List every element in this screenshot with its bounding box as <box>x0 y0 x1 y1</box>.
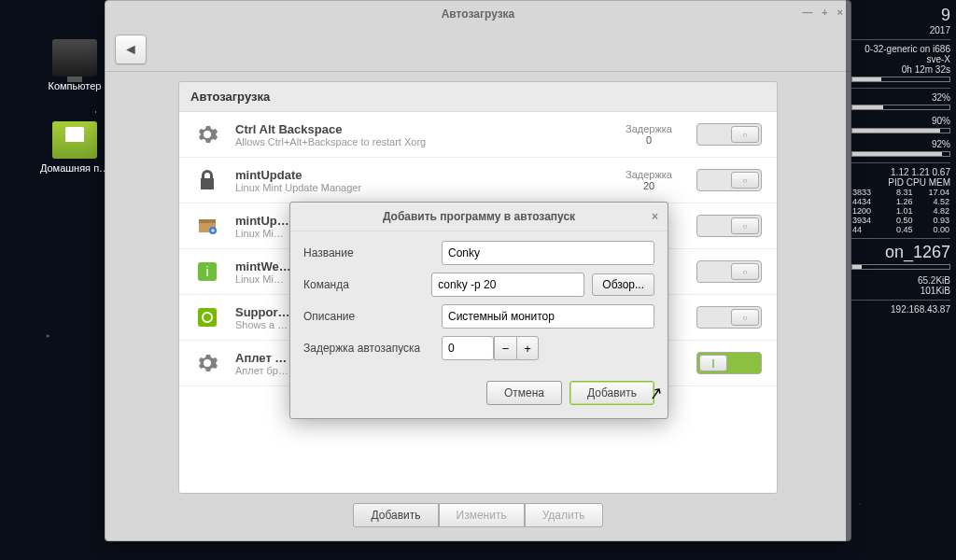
entry-text: mintUpdateLinux Mint Update Manager <box>235 168 601 193</box>
conky-cpu: 32% <box>851 92 950 103</box>
entry-toggle[interactable] <box>696 306 762 329</box>
conky-clock: 9 <box>851 6 950 25</box>
conky-bar <box>851 128 950 133</box>
svg-text:i: i <box>205 264 208 279</box>
svg-rect-1 <box>199 219 216 223</box>
conky-host: sve-X <box>851 54 950 64</box>
conky-bar <box>851 151 950 157</box>
delay-spinner: − + <box>442 336 539 360</box>
command-input[interactable] <box>431 273 584 297</box>
entry-subtitle: Linux Mint Update Manager <box>235 182 601 193</box>
window-titlebar[interactable]: Автозагрузка — + × <box>105 1 851 27</box>
conky-date: 2017 <box>851 25 950 35</box>
conky-proc-row: 38338.3117.04 <box>851 188 950 197</box>
add-button[interactable]: Добавить <box>353 503 438 527</box>
spinner-increment[interactable]: + <box>516 336 539 360</box>
conky-swap: 92% <box>851 139 950 149</box>
ok-button[interactable]: Добавить <box>569 381 654 405</box>
welcome-icon: i <box>194 259 220 285</box>
window-title: Автозагрузка <box>442 7 515 21</box>
entry-delay: Задержка0 <box>616 123 682 146</box>
delay-input[interactable] <box>442 336 494 360</box>
dialog-titlebar[interactable]: Добавить программу в автозапуск × <box>290 203 668 231</box>
conky-bar <box>851 77 950 82</box>
window-toolbar: ◄ <box>105 27 851 72</box>
window-maximize-button[interactable]: + <box>822 7 827 18</box>
panel-header: Автозагрузка <box>179 82 777 112</box>
chevron-left-icon: ◄ <box>123 41 138 58</box>
svg-rect-5 <box>198 308 217 327</box>
conky-load: 1.12 1.21 0.67 <box>851 167 950 177</box>
conky-proc-header: PID CPU MEM <box>851 177 950 188</box>
edit-button[interactable]: Изменить <box>439 503 525 527</box>
entry-toggle[interactable] <box>696 123 762 146</box>
command-label: Команда <box>303 278 424 291</box>
entry-title: Ctrl Alt Backspace <box>235 122 601 136</box>
name-label: Название <box>303 246 434 259</box>
spinner-decrement[interactable]: − <box>494 336 516 360</box>
desktop-icon-label: Домашняя п… <box>37 162 112 174</box>
conky-proc-table: 38338.3117.0444341.264.5212001.014.82393… <box>851 188 950 234</box>
conky-bar <box>851 105 950 110</box>
footer-actions: Добавить Изменить Удалить <box>178 494 778 540</box>
entry-toggle[interactable] <box>696 169 762 191</box>
name-input[interactable] <box>442 241 654 265</box>
desktop-icon-computer[interactable]: Компьютер <box>37 39 112 91</box>
conky-ram: 90% <box>851 116 950 126</box>
conky-kernel: 0-32-generic on i686 <box>851 44 950 54</box>
startup-entry[interactable]: Ctrl Alt BackspaceAllows Ctrl+Alt+Backsp… <box>179 112 777 158</box>
conky-proc-row: 12001.014.82 <box>851 206 950 216</box>
window-close-button[interactable]: × <box>837 7 843 18</box>
entry-toggle[interactable] <box>696 215 762 237</box>
pkg-icon <box>194 213 220 239</box>
entry-text: Ctrl Alt BackspaceAllows Ctrl+Alt+Backsp… <box>235 122 601 147</box>
entry-toggle[interactable] <box>696 260 762 283</box>
lock-icon <box>194 167 220 193</box>
conky-net-title: on_1267 <box>851 243 950 262</box>
nvidia-icon <box>194 304 220 330</box>
folder-icon <box>52 121 97 159</box>
conky-up: 101KiB <box>851 286 950 296</box>
description-label: Описание <box>303 310 434 323</box>
cancel-button[interactable]: Отмена <box>486 381 562 405</box>
description-input[interactable] <box>442 304 654 329</box>
dialog-close-button[interactable]: × <box>652 210 658 223</box>
delay-label: Задержка автозапуска <box>303 342 434 355</box>
add-program-dialog: Добавить программу в автозапуск × Назван… <box>289 202 668 419</box>
conky-uptime: 0h 12m 32s <box>851 64 950 75</box>
entry-delay: Задержка20 <box>616 169 682 191</box>
conky-ip: 192.168.43.87 <box>851 304 950 315</box>
entry-subtitle: Allows Ctrl+Alt+Backspace to restart Xor… <box>235 136 601 147</box>
entry-toggle[interactable] <box>696 352 762 374</box>
startup-entry[interactable]: mintUpdateLinux Mint Update ManagerЗадер… <box>179 158 777 203</box>
window-minimize-button[interactable]: — <box>802 7 812 18</box>
conky-down: 65.2KiB <box>851 275 950 286</box>
dialog-title: Добавить программу в автозапуск <box>383 210 575 223</box>
conky-proc-row: 440.450.00 <box>851 225 950 234</box>
conky-proc-row: 39340.500.93 <box>851 216 950 225</box>
desktop-icon-home[interactable]: Домашняя п… <box>37 121 112 174</box>
gear-icon <box>194 121 220 147</box>
entry-title: mintUpdate <box>235 168 601 182</box>
conky-bar <box>851 264 950 270</box>
back-button[interactable]: ◄ <box>115 35 147 64</box>
computer-icon <box>52 39 97 77</box>
conky-proc-row: 44341.264.52 <box>851 197 950 206</box>
gear-icon <box>194 350 220 376</box>
conky-panel: 9 2017 0-32-generic on i686 sve-X 0h 12m… <box>846 0 956 560</box>
browse-button[interactable]: Обзор... <box>592 273 654 296</box>
delete-button[interactable]: Удалить <box>525 503 603 527</box>
